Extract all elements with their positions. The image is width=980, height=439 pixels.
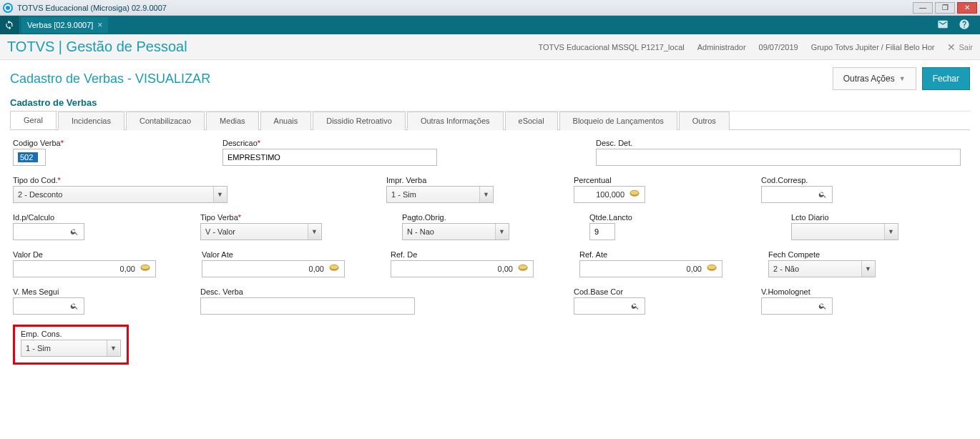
search-icon[interactable] (70, 226, 79, 237)
desc-det-input[interactable] (601, 153, 956, 162)
emp-cons-highlight: Emp. Cons. 1 - Sim▼ (13, 325, 129, 365)
chevron-down-icon: ▼ (479, 187, 492, 202)
descricao-input[interactable] (227, 153, 432, 162)
chevron-down-icon: ▼ (213, 187, 226, 202)
other-actions-button[interactable]: Outras Ações▼ (833, 67, 916, 90)
search-icon[interactable] (70, 300, 79, 312)
cod-base-cor-field[interactable] (574, 297, 645, 315)
module-title: TOTVS | Gestão de Pessoal (7, 39, 187, 55)
label-valor-de: Valor De (13, 250, 156, 259)
impr-verba-value: 1 - Sim (391, 190, 416, 199)
impr-verba-select[interactable]: 1 - Sim▼ (386, 186, 494, 203)
tab-contabilizacao[interactable]: Contabilizacao (126, 112, 205, 130)
label-qtde-lancto: Qtde.Lancto (589, 213, 632, 222)
search-icon[interactable] (631, 300, 640, 312)
tab-esocial[interactable]: eSocial (505, 112, 558, 130)
document-tab-close-icon[interactable]: × (97, 20, 102, 30)
valor-de-field[interactable]: 0,00 (13, 260, 156, 277)
ref-de-field[interactable]: 0,00 (391, 260, 534, 277)
valor-ate-field[interactable]: 0,00 (202, 260, 345, 277)
v-mes-segui-input[interactable] (18, 302, 70, 310)
label-tipo-verba: Tipo Verba* (200, 213, 322, 222)
currency-icon (139, 264, 151, 274)
v-homolognet-input[interactable] (766, 302, 818, 310)
tab-geral[interactable]: Geral (10, 111, 57, 129)
v-homolognet-field[interactable] (761, 297, 833, 315)
help-icon[interactable] (959, 19, 970, 31)
currency-icon (629, 189, 640, 199)
chevron-down-icon: ▼ (495, 224, 508, 240)
v-mes-segui-field[interactable] (13, 297, 84, 315)
cod-corresp-input[interactable] (766, 190, 818, 199)
svg-point-3 (141, 265, 150, 270)
svg-point-5 (330, 265, 338, 270)
label-desc-det: Desc. Det. (596, 139, 961, 147)
refresh-button[interactable] (0, 16, 19, 34)
desc-det-field[interactable] (596, 149, 961, 166)
desc-verba-field[interactable] (200, 297, 415, 315)
cod-base-cor-input[interactable] (579, 302, 631, 310)
mail-icon[interactable] (937, 19, 949, 31)
form-body: Codigo Verba* Descricao* Desc. Det. Tipo… (10, 130, 970, 383)
close-button[interactable]: Fechar (922, 67, 970, 90)
status-user: Administrador (697, 43, 746, 51)
search-icon[interactable] (818, 300, 828, 312)
tab-incidencias[interactable]: Incidencias (58, 112, 124, 130)
app-tabbar: Verbas [02.9.0007] × (0, 16, 980, 34)
codigo-verba-field[interactable] (13, 149, 46, 166)
tab-medias[interactable]: Medias (206, 112, 258, 130)
document-tab-label: Verbas [02.9.0007] (27, 21, 93, 29)
chevron-down-icon: ▼ (899, 75, 906, 82)
maximize-button[interactable]: ❐ (935, 2, 955, 14)
other-actions-label: Outras Ações (843, 74, 895, 84)
tab-outras-info[interactable]: Outras Informações (407, 112, 504, 130)
id-calculo-field[interactable] (13, 223, 84, 240)
form-tabs: Geral Incidencias Contabilizacao Medias … (10, 111, 970, 130)
status-env: TOTVS Educacional MSSQL P1217_local (538, 43, 684, 51)
percentual-field[interactable]: 100,000 (574, 186, 645, 203)
minimize-button[interactable]: — (913, 2, 933, 14)
section-subtitle: Cadastro de Verbas (10, 97, 970, 112)
label-codigo-verba: Codigo Verba* (13, 139, 64, 147)
lcto-diario-select[interactable]: ▼ (791, 223, 898, 240)
close-window-button[interactable]: ✕ (957, 2, 977, 14)
label-cod-corresp: Cod.Corresp. (761, 176, 833, 184)
search-icon[interactable] (818, 189, 828, 200)
ref-de-value: 0,00 (498, 265, 513, 273)
label-cod-base-cor: Cod.Base Cor (574, 287, 645, 296)
pagto-obrig-value: N - Nao (407, 227, 434, 236)
label-v-homolognet: V.Homolognet (761, 287, 833, 296)
pagto-obrig-select[interactable]: N - Nao▼ (402, 223, 509, 240)
label-impr-verba: Impr. Verba (386, 176, 494, 184)
tab-outros[interactable]: Outros (679, 112, 730, 130)
exit-button[interactable]: ✕Sair (947, 41, 973, 53)
fech-compete-select[interactable]: 2 - Não▼ (768, 260, 876, 277)
label-percentual: Percentual (574, 176, 645, 184)
status-date: 09/07/2019 (759, 43, 798, 51)
label-emp-cons: Emp. Cons. (21, 330, 121, 338)
desc-verba-input[interactable] (205, 302, 410, 310)
window-titlebar: TOTVS Educacional (Microsiga) 02.9.0007 … (0, 0, 980, 16)
qtde-lancto-field[interactable] (589, 223, 615, 240)
currency-icon (328, 264, 340, 274)
descricao-field[interactable] (222, 149, 437, 166)
chevron-down-icon: ▼ (861, 261, 874, 277)
exit-label: Sair (959, 43, 973, 51)
page-header: Cadastro de Verbas - VISUALIZAR Outras A… (10, 67, 970, 90)
tab-dissidio[interactable]: Dissidio Retroativo (313, 112, 406, 130)
document-tab[interactable]: Verbas [02.9.0007] × (21, 17, 108, 33)
emp-cons-select[interactable]: 1 - Sim▼ (21, 340, 121, 357)
qtde-lancto-input[interactable] (594, 227, 610, 236)
label-ref-ate: Ref. Ate (579, 250, 722, 259)
fech-compete-value: 2 - Não (773, 265, 799, 273)
valor-ate-value: 0,00 (309, 265, 324, 273)
tipo-cod-select[interactable]: 2 - Desconto▼ (13, 186, 227, 203)
valor-de-value: 0,00 (120, 265, 135, 273)
ref-ate-field[interactable]: 0,00 (579, 260, 722, 277)
tipo-verba-select[interactable]: V - Valor▼ (200, 223, 322, 240)
id-calculo-input[interactable] (18, 227, 70, 236)
cod-corresp-field[interactable] (761, 186, 833, 203)
tab-bloqueio[interactable]: Bloqueio de Lançamentos (559, 112, 677, 130)
tab-anuais[interactable]: Anuais (260, 112, 312, 130)
codigo-verba-input[interactable] (18, 152, 38, 162)
